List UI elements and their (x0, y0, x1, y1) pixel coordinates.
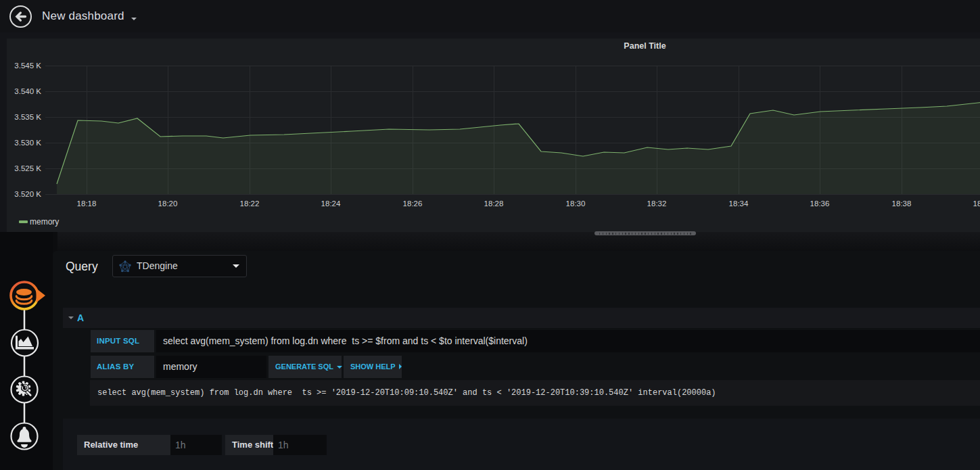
svg-text:3.540 K: 3.540 K (14, 87, 41, 95)
svg-text:18:26: 18:26 (403, 199, 423, 208)
svg-text:3.520 K: 3.520 K (14, 190, 41, 198)
svg-text:18:30: 18:30 (566, 199, 586, 208)
svg-text:18:24: 18:24 (321, 199, 341, 208)
svg-text:18:38: 18:38 (892, 199, 912, 208)
svg-text:18:22: 18:22 (240, 199, 260, 208)
svg-text:18:28: 18:28 (484, 199, 504, 208)
svg-text:18:18: 18:18 (77, 199, 97, 208)
svg-text:3.545 K: 3.545 K (14, 62, 41, 70)
svg-text:3.525 K: 3.525 K (14, 164, 41, 172)
svg-text:18:40: 18:40 (973, 199, 980, 208)
svg-text:3.530 K: 3.530 K (14, 139, 41, 147)
svg-text:18:36: 18:36 (810, 199, 830, 208)
svg-text:18:34: 18:34 (729, 199, 749, 208)
svg-text:18:32: 18:32 (647, 199, 667, 208)
svg-text:3.535 K: 3.535 K (14, 113, 41, 121)
svg-text:18:20: 18:20 (158, 199, 178, 208)
